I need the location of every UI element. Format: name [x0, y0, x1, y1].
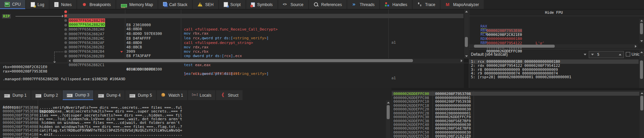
breakpoint-dot[interactable]	[64, 24, 67, 27]
stack-v-scrollbar[interactable]	[640, 91, 644, 138]
scrollbar-thumb[interactable]	[387, 105, 390, 119]
tab-label: Trace	[425, 2, 435, 7]
breakpoint-dot[interactable]	[64, 19, 67, 22]
instruction-comment: a1	[391, 76, 396, 80]
disasm-row-current[interactable]: 00007FF65628829D 48:8BD8 mov rbx,rax	[0, 14, 463, 18]
arg-count-spinner[interactable]: 5	[589, 51, 624, 58]
tab-cpu[interactable]: CPU	[0, 0, 25, 9]
hide-fpu-button[interactable]: Hide FPU	[469, 10, 639, 15]
memory-map-icon	[121, 4, 127, 7]
disasm-row[interactable]: 00007FF6562882BB 0F84 D0000000 je fullsp…	[0, 50, 463, 54]
scrollbar-thumb[interactable]	[465, 37, 468, 47]
panel-divider	[0, 63, 469, 63]
breakpoint-dot[interactable]	[64, 41, 67, 44]
scrollbar-thumb[interactable]	[73, 59, 413, 62]
tab-call-stack[interactable]: Call Stack	[158, 0, 192, 9]
scrollbar-thumb[interactable]	[640, 60, 643, 79]
tab-references[interactable]: References	[309, 0, 347, 9]
dump-icon	[4, 94, 10, 98]
tab-dump-4[interactable]: Dump 4	[94, 90, 125, 100]
breakpoint-dot[interactable]	[64, 50, 67, 53]
arg-count-value: 5	[597, 52, 600, 57]
struct-icon	[220, 93, 225, 98]
disasm-row[interactable]: 00007FF6562882A0 48:8D0D 597E0300 lea rc…	[0, 18, 463, 23]
spinner-decrease[interactable]	[591, 54, 594, 55]
disasm-row[interactable]: 00007FF6562882B4 E8 F7A3FAFF call <fulls…	[0, 41, 463, 45]
notes-icon	[54, 2, 59, 7]
seh-warning-icon	[197, 2, 203, 7]
tab-dump-1[interactable]: Dump 1	[0, 90, 31, 100]
symbols-icon	[251, 2, 255, 7]
scroll-up-arrow[interactable]	[641, 92, 643, 94]
unlocked-checkbox[interactable]	[626, 52, 630, 56]
scroll-up-arrow[interactable]	[640, 20, 643, 21]
breakpoint-dot[interactable]	[64, 55, 67, 57]
register-value[interactable]: 00000000000001B0	[486, 37, 522, 41]
args-v-scrollbar[interactable]	[639, 50, 644, 88]
info-line-module: .managed:00007FF65628829D fullspeed.exe:…	[3, 77, 125, 81]
tab-label: MapoAnalyzer	[453, 2, 479, 7]
tab-watch-1[interactable]: Watch 1	[157, 90, 187, 100]
dump-v-scrollbar[interactable]	[386, 100, 390, 138]
scrollbar-thumb[interactable]	[474, 45, 555, 48]
instruction-text: lea rcx,qword ptr ds:[<string_verify>]	[184, 72, 269, 76]
tab-symbols[interactable]: Symbols	[246, 0, 278, 9]
scroll-right-arrow[interactable]	[635, 45, 637, 48]
breakpoint-dot[interactable]	[64, 10, 67, 13]
tab-label: Locals	[200, 93, 212, 98]
scrollbar-thumb[interactable]	[640, 23, 643, 34]
tab-dump-5[interactable]: Dump 5	[125, 90, 156, 100]
tab-struct[interactable]: Struct	[216, 90, 242, 100]
tab-locals[interactable]: Locals	[188, 90, 216, 100]
tab-dump-3[interactable]: Dump 3	[63, 90, 93, 100]
handles-icon	[385, 2, 390, 7]
tab-source[interactable]: Source	[278, 0, 308, 9]
scroll-right-arrow[interactable]	[461, 59, 462, 62]
disasm-row[interactable]: 00007FF6562882B2 3909 cmp dword ptr ds:[…	[0, 36, 463, 41]
magnifier-icon	[314, 2, 319, 7]
tab-seh[interactable]: SEH	[193, 0, 218, 9]
tab-label: Symbols	[257, 2, 273, 7]
breakpoint-dot[interactable]	[64, 37, 67, 40]
scroll-left-arrow[interactable]	[69, 59, 70, 62]
tab-log[interactable]: Log	[26, 0, 49, 9]
disasm-row[interactable]: 00007FF6562882A7 E8 D4FAFFFF call <fulls…	[0, 23, 463, 28]
tab-breakpoints[interactable]: Breakpoints	[77, 0, 116, 9]
breakpoint-dot[interactable]	[64, 46, 67, 49]
disasm-row[interactable]: 00007FF6562882AF 48:8BCB mov rcx,rbx	[0, 32, 463, 36]
tab-label: Dump 3	[75, 93, 89, 97]
disasm-row[interactable]: 00007FF6562882B9 85C0 test eax,eax	[0, 45, 463, 50]
scroll-up-arrow[interactable]	[640, 51, 643, 53]
chevron-down-icon[interactable]	[584, 54, 586, 55]
breakpoint-dot[interactable]	[64, 33, 67, 35]
register-row[interactable]: RCX 00000000000001B0 L'ư'	[472, 28, 481, 32]
locals-icon	[192, 93, 197, 98]
arg-row[interactable]: 5: [rsp+28] 0000020800000001 00000208000…	[471, 75, 571, 79]
tab-dump-2[interactable]: Dump 2	[31, 90, 62, 100]
disasm-row[interactable]: 00007FF6562882AC 48:8BD0 mov rdx,rax	[0, 28, 463, 32]
breakpoint-dot[interactable]	[64, 14, 67, 17]
disasm-h-scrollbar[interactable]	[67, 59, 463, 62]
tab-mapoanalyzer[interactable]: MapoAnalyzer	[441, 0, 484, 9]
disasm-v-scrollbar[interactable]	[464, 9, 469, 58]
x64dbg-window: CPU Log Notes Breakpoints Memory Map Cal…	[0, 0, 644, 138]
spinner-increase[interactable]	[619, 54, 621, 55]
tab-trace[interactable]: Trace	[413, 0, 440, 9]
disasm-row[interactable]: 00007FF6562882C1 48:8D0D 387E0300 lea rc…	[0, 54, 463, 58]
tab-threads[interactable]: Threads	[347, 0, 379, 9]
scroll-up-arrow[interactable]	[387, 102, 390, 103]
registers-v-scrollbar[interactable]	[639, 19, 644, 43]
tab-script[interactable]: Script	[219, 0, 246, 9]
scroll-down-arrow[interactable]	[640, 40, 643, 42]
tab-label: Script	[230, 2, 241, 7]
tab-memory-map[interactable]: Memory Map	[116, 0, 158, 9]
tab-notes[interactable]: Notes	[50, 0, 76, 9]
registers-h-scrollbar[interactable]	[469, 44, 638, 48]
breakpoint-dot[interactable]	[64, 28, 67, 31]
calling-convention-dropdown[interactable]: Default (x64 fastcall)	[471, 52, 587, 57]
instruction-text: test eax,eax	[184, 63, 211, 67]
scroll-up-arrow[interactable]	[465, 11, 468, 12]
tab-handles[interactable]: Handles	[380, 0, 412, 9]
scrollbar-thumb[interactable]	[640, 96, 643, 110]
scroll-down-arrow[interactable]	[465, 55, 468, 57]
